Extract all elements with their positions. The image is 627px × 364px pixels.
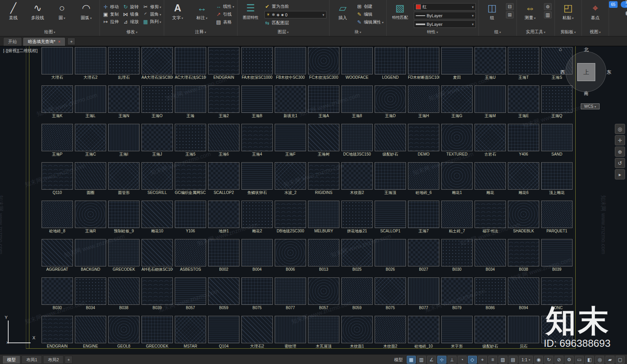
match-layer-button[interactable]: ⇆匹配图层 xyxy=(265,20,326,26)
match-properties-button[interactable]: ▧ 特性匹配 xyxy=(390,1,411,21)
file-tab-start[interactable]: 开始 xyxy=(3,37,22,46)
panel-label-draw[interactable]: 绘图 xyxy=(3,28,97,36)
layer-properties-button[interactable]: ☰ 图层特性 xyxy=(240,1,261,21)
swatch-tile[interactable]: 王瀚 xyxy=(175,85,206,118)
swatch-tile[interactable]: 水波_2 xyxy=(275,162,306,195)
swatch-tile[interactable]: B027 xyxy=(408,239,439,272)
swatch-tile[interactable]: B039 xyxy=(541,239,573,272)
quick-select-icon[interactable]: ⊚ xyxy=(544,3,552,10)
swatch-tile[interactable]: AGGREGAT xyxy=(42,239,73,272)
swatch-tile[interactable]: B075 xyxy=(241,277,273,310)
swatch-tile[interactable]: 王瀚N xyxy=(108,85,140,118)
swatch-tile[interactable]: B075 xyxy=(375,277,406,310)
polyline-button[interactable]: ∿ 多段线 xyxy=(27,1,48,22)
place-current-button[interactable]: ✔置为当前 xyxy=(265,3,326,10)
swatch-tile[interactable]: B030 xyxy=(441,239,473,272)
swatch-tile[interactable]: 麦田 xyxy=(441,47,473,80)
swatch-tile[interactable]: FC木纹浅SC300 xyxy=(308,47,339,80)
group-button[interactable]: ◫ 组 xyxy=(482,1,503,22)
swatch-tile[interactable]: 木纹面2 xyxy=(375,316,406,349)
wcs-dropdown[interactable]: WCS xyxy=(581,103,600,109)
swatch-tile[interactable]: GRECODEK xyxy=(108,239,140,272)
swatch-tile[interactable]: 王瀚H xyxy=(408,85,439,118)
swatch-tile[interactable]: GRECODEK xyxy=(141,316,173,349)
swatch-tile[interactable]: 大理石 xyxy=(42,47,73,80)
snap-mode-icon[interactable]: ▥ xyxy=(417,356,426,364)
swatch-tile[interactable]: 王瀚4 xyxy=(241,124,273,157)
object-snap-icon[interactable]: ◇ xyxy=(468,356,477,364)
panel-label-utilities[interactable]: 实用工具 xyxy=(520,28,552,36)
swatch-tile[interactable]: 雕花6 xyxy=(508,162,539,195)
annotation-autoscale-icon[interactable]: ↻ xyxy=(544,356,553,364)
swatch-tile[interactable]: B094 xyxy=(508,277,539,310)
navigation-wheel-icon[interactable]: ◎ xyxy=(615,124,625,134)
swatch-tile[interactable]: 王瀚K xyxy=(42,85,73,118)
table-button[interactable]: ▤表格 xyxy=(216,19,234,25)
mirror-button[interactable]: ⋈镜像 xyxy=(123,11,139,18)
lineweight-display-icon[interactable]: ≡ xyxy=(488,356,497,364)
swatch-tile[interactable]: 贝石 xyxy=(508,316,539,349)
new-layout-button[interactable]: + xyxy=(65,356,72,364)
snap-tracking-icon[interactable]: ⌖ xyxy=(478,356,487,364)
new-drawing-tab-button[interactable]: + xyxy=(67,38,75,45)
scale-button[interactable]: ⊿缩放 xyxy=(123,18,139,25)
linear-button[interactable]: ↔线性 xyxy=(216,3,234,10)
swatch-tile[interactable]: Y106 xyxy=(175,201,206,234)
swatch-tile[interactable]: GEOL8 xyxy=(108,316,140,349)
quick-calc-icon[interactable]: ▥ xyxy=(544,11,552,18)
swatch-tile[interactable]: 雕花 xyxy=(475,162,506,195)
swatch-tile[interactable]: 王瀚L xyxy=(75,85,106,118)
line-button[interactable]: ╱ 直线 xyxy=(3,1,24,22)
swatch-tile[interactable]: SCALLOP1 xyxy=(375,201,406,234)
swatch-tile[interactable]: SCALLOP2 xyxy=(208,162,239,195)
swatch-tile[interactable]: 雕花2 xyxy=(241,201,273,234)
swatch-tile[interactable]: 王瀚8 xyxy=(341,85,373,118)
swatch-tile[interactable]: B038 xyxy=(108,277,140,310)
viewcube-top-face[interactable]: 上 xyxy=(577,63,595,81)
swatch-tile[interactable]: 砼地砖_10 xyxy=(408,316,439,349)
swatch-tile[interactable]: 王瀚C xyxy=(75,124,106,157)
swatch-tile[interactable]: B038 xyxy=(508,239,539,272)
paste-button[interactable]: ◰ 粘贴 xyxy=(558,1,579,22)
swatch-tile[interactable]: B030 xyxy=(42,277,73,310)
annotation-monitor-icon[interactable]: ⊘ xyxy=(555,356,564,364)
swatch-tile[interactable]: 米字形 xyxy=(441,316,473,349)
swatch-tile[interactable]: 粘土砖_7 xyxy=(441,201,473,234)
layout-tab-layout2[interactable]: 布局2 xyxy=(43,355,63,364)
swatch-tile[interactable]: ENDGRAIN xyxy=(42,316,73,349)
swatch-tile[interactable]: 级配砂石 xyxy=(475,316,506,349)
block-edit-button[interactable]: ✎编辑 xyxy=(357,11,384,18)
ungroup-icon[interactable]: ⊞ xyxy=(506,11,514,18)
swatch-tile[interactable]: 王瀚O xyxy=(141,85,173,118)
pan-icon[interactable]: ✛ xyxy=(615,135,625,145)
annotation-visibility-icon[interactable]: ◉ xyxy=(534,356,543,364)
swatch-tile[interactable]: B057 xyxy=(175,277,206,310)
swatch-tile[interactable]: B079 xyxy=(441,277,473,310)
layout-tab-model[interactable]: 模型 xyxy=(2,355,20,364)
base-point-button[interactable]: ⌖ 基点 xyxy=(585,1,606,22)
swatch-tile[interactable]: PARQUET1 xyxy=(541,201,573,234)
text-button[interactable]: A 文字 xyxy=(167,1,188,22)
swatch-tile[interactable]: SHADEBLK xyxy=(508,201,539,234)
swatch-tile[interactable]: 王瀚J xyxy=(141,124,173,157)
swatch-tile[interactable]: 王瀚U xyxy=(475,47,506,80)
swatch-tile[interactable]: 王瀚7 xyxy=(408,201,439,234)
swatch-tile[interactable]: RIGIDINS xyxy=(308,162,339,195)
grid-display-icon[interactable]: ▦ xyxy=(407,356,416,364)
swatch-tile[interactable]: BACKGND xyxy=(75,239,106,272)
viewcube-home-icon[interactable]: ⌂ xyxy=(559,46,562,52)
swatch-tile[interactable]: B039 xyxy=(141,277,173,310)
swatch-tile[interactable]: 木瓦屋顶 xyxy=(308,316,339,349)
swatch-tile[interactable]: B034 xyxy=(75,277,106,310)
swatch-tile[interactable]: 顶上雕花 xyxy=(541,162,573,195)
swatch-tile[interactable]: LOGEND xyxy=(375,47,406,80)
swatch-tile[interactable]: DB地毯2SC300 xyxy=(275,201,306,234)
swatch-tile[interactable]: B026 xyxy=(375,239,406,272)
panel-label-view[interactable]: 视图 xyxy=(585,28,606,36)
file-tab-current[interactable]: 暗选填充查询* × xyxy=(23,37,65,46)
panel-label-properties[interactable]: 特性 xyxy=(390,28,476,36)
swatch-tile[interactable]: 王瀚B xyxy=(241,85,273,118)
lock-ui-icon[interactable]: ◧ xyxy=(585,356,594,364)
color-select[interactable]: 红 xyxy=(414,3,476,11)
swatch-tile[interactable]: AA大理石深SC800 xyxy=(141,47,173,80)
